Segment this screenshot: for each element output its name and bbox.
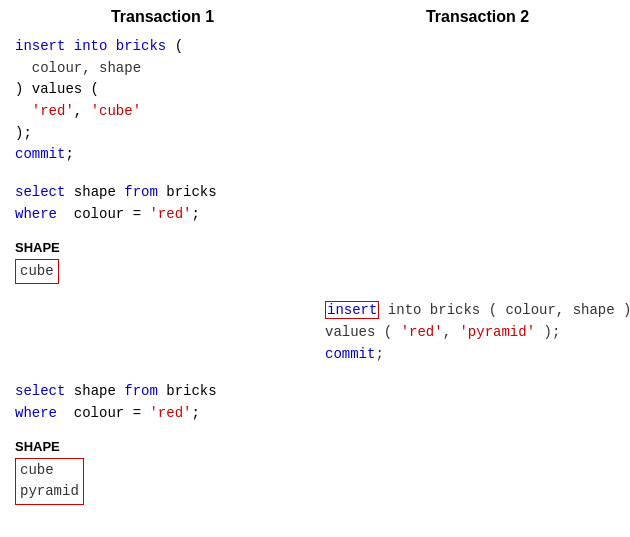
t2-empty-4	[310, 381, 630, 424]
t2-empty-5	[310, 433, 630, 505]
t1-result2-block: SHAPE cube pyramid	[0, 433, 310, 505]
header-right: Transaction 2	[310, 8, 630, 36]
t2-empty-1	[310, 36, 630, 166]
transaction2-header: Transaction 2	[325, 8, 630, 26]
t2-insert-block: insert into bricks ( colour, shape ) val…	[310, 300, 630, 365]
t1-result1-row: SHAPE cube	[0, 234, 630, 285]
t1-select2-code: select shape from bricks where colour = …	[15, 381, 310, 424]
t1-select1-row: select shape from bricks where colour = …	[0, 182, 630, 225]
t2-empty-3	[310, 234, 630, 285]
gap-5	[0, 425, 630, 433]
gap-1	[0, 166, 630, 182]
t1-select2-row: select shape from bricks where colour = …	[0, 381, 630, 424]
t2-insert-code: insert into bricks ( colour, shape ) val…	[325, 300, 630, 365]
result2-box: cube pyramid	[15, 458, 84, 505]
t1-insert-block: insert into bricks ( colour, shape ) val…	[0, 36, 310, 166]
transaction1-header: Transaction 1	[15, 8, 310, 26]
result2-value-pyramid: pyramid	[20, 483, 79, 499]
result2-label: SHAPE	[15, 439, 310, 454]
t1-select1-block: select shape from bricks where colour = …	[0, 182, 310, 225]
t1-result1-block: SHAPE cube	[0, 234, 310, 285]
result2-value-cube: cube	[20, 462, 54, 478]
result1-label: SHAPE	[15, 240, 310, 255]
gap-3	[0, 284, 630, 300]
result1-box: cube	[15, 259, 59, 285]
gap-2	[0, 226, 630, 234]
page-container: Transaction 1 Transaction 2 insert into …	[0, 0, 630, 537]
result1-value-cube: cube	[20, 263, 54, 279]
t2-insert-keyword: insert	[325, 301, 379, 319]
t1-result2-row: SHAPE cube pyramid	[0, 433, 630, 505]
t1-select2-block: select shape from bricks where colour = …	[0, 381, 310, 424]
t1-empty-1	[0, 300, 310, 365]
t2-insert-row: insert into bricks ( colour, shape ) val…	[0, 300, 630, 365]
t1-insert-row: insert into bricks ( colour, shape ) val…	[0, 36, 630, 166]
t2-empty-2	[310, 182, 630, 225]
t1-insert-code: insert into bricks ( colour, shape ) val…	[15, 36, 310, 166]
header-left: Transaction 1	[0, 8, 310, 36]
t1-select1-code: select shape from bricks where colour = …	[15, 182, 310, 225]
header-row: Transaction 1 Transaction 2	[0, 8, 630, 36]
gap-4	[0, 365, 630, 381]
